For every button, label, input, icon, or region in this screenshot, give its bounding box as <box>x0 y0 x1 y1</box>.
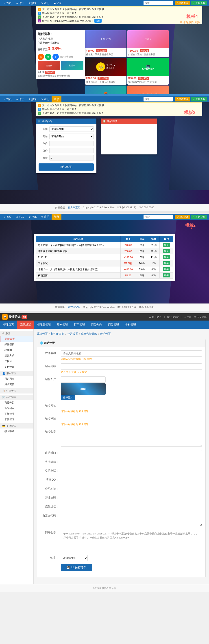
input-phone[interactable]: 400-000-0006 <box>61 468 202 474</box>
footer2-official-link[interactable]: 官方淘宝店 <box>68 306 80 308</box>
sidebar-item-ads[interactable]: 广告位 <box>0 358 33 364</box>
textarea-notice[interactable] <box>61 429 202 447</box>
input-email[interactable]: admin@zyxkd.com <box>61 459 202 465</box>
product-card-1[interactable]: 礼品卡充值 ¥50.00 库存23张 帅板发卡系统卡密分组和促 <box>85 30 127 57</box>
divider-1 <box>0 94 209 96</box>
product-card-6[interactable]: 搜狐视频会员·1个月 搜狐 ¥100.00 库存9张 搜狐视频VIP会员·1个月… <box>127 86 169 94</box>
nav-vip[interactable]: ♛ 娱乐 <box>26 0 39 6</box>
nav-reg-3[interactable]: ✎ 注册 <box>39 214 52 220</box>
topbar-home-link[interactable]: ⌂ 主页 <box>184 316 192 319</box>
breadcrumb-settings[interactable]: 系统设置 <box>37 332 48 336</box>
nav-login-3[interactable]: 登录 <box>52 214 61 220</box>
input-address[interactable]: 动漫测试 <box>61 486 202 492</box>
buy-form-qty-input[interactable] <box>49 155 94 160</box>
nav-reg[interactable]: ✎ 注册 <box>39 0 52 6</box>
frontsite-link[interactable]: ▲ 前台站点 <box>149 316 162 319</box>
fullscreen-btn[interactable]: ✦ 开启全屏 <box>191 1 207 6</box>
info-icon: i <box>38 12 41 15</box>
fullscreen-btn-3[interactable]: ✦ 开启全屏 <box>191 215 207 219</box>
input-soft-name[interactable] <box>61 350 202 357</box>
th-stock: 库存 <box>136 236 148 242</box>
breadcrumb-stock[interactable]: 库存告警策略 <box>81 332 97 336</box>
nav-home-2[interactable]: ⌂ 首页 <box>2 96 14 102</box>
sidebar-item-card-manage[interactable]: 卡密管理 <box>0 416 33 422</box>
nav-forum-3[interactable]: ◈ 论坛 <box>14 214 26 220</box>
fullscreen-btn-2[interactable]: ✦ 开启全屏 <box>191 97 207 102</box>
admin-nav-products[interactable]: 商品管理 <box>105 320 122 328</box>
upload-logo-btn[interactable]: 选择图片 <box>61 395 75 400</box>
sidebar-item-off-shelf[interactable]: 下架管理 <box>0 411 33 416</box>
nav-reg-2[interactable]: ✎ 注册 <box>39 96 52 102</box>
order-query-btn-3[interactable]: Q订单查询 <box>175 215 190 219</box>
product-card-2[interactable]: 充值卡 ¥100.00 库存0张 帅板发卡系统卡密分组和促 <box>127 30 169 57</box>
sidebar-item-payment-settings[interactable]: 支付设置 <box>0 364 33 370</box>
nav-forum-2[interactable]: ◈ 论坛 <box>14 96 26 102</box>
select-province[interactable]: 请选择省份 <box>61 555 88 561</box>
product-card-3[interactable]: 👑 爱奇艺VIP黄金会员 ¥480.00 库存42张 爱奇艺会员一个月（不差钱版… <box>85 58 127 84</box>
search-input[interactable] <box>144 1 173 6</box>
search-input-2[interactable] <box>144 97 173 102</box>
input-build-date[interactable]: 2020/11/20 <box>61 450 202 456</box>
breadcrumb-music[interactable]: 音乐设置 <box>100 332 111 336</box>
sidebar-item-user-list[interactable]: 用户列表 <box>0 376 33 382</box>
buy-form-cat-select[interactable]: 请选择分类 <box>49 126 94 132</box>
nav-forum[interactable]: ◈ 论坛 <box>14 0 26 6</box>
input-subtitle[interactable]: 站点发卡 登录 安全稳定 <box>61 364 202 370</box>
input-url[interactable]: http://localhost <box>61 403 202 409</box>
order-query-btn[interactable]: Q订单查询 <box>175 1 190 6</box>
sidebar-item-user-recharge[interactable]: 用户充值 <box>0 382 33 387</box>
nav-vip-2[interactable]: ♛ 娱乐 <box>26 96 39 102</box>
product-img-label-1: 礼品卡充值 <box>100 37 112 42</box>
admin-nav-settings[interactable]: 系统设置 <box>17 320 34 328</box>
buy-confirm-btn[interactable]: 确认购买 <box>38 164 94 170</box>
sidebar-item-carousel[interactable]: 轮播图 <box>0 347 33 353</box>
nav-home-3[interactable]: ⌂ 首页 <box>2 214 14 220</box>
input-qq[interactable]: 41122836 <box>61 477 202 483</box>
buy-btn-2[interactable]: 购买 <box>163 249 170 253</box>
submit-save-btn[interactable]: 💾 🖫 保存修改 <box>61 564 92 571</box>
input-copyright[interactable]: Copyright©2019 Bziksani Inc. <box>61 504 202 510</box>
buy-btn-3[interactable]: 购买 <box>163 255 170 259</box>
buy-btn-5[interactable]: 购买 <box>163 267 170 272</box>
admin-nav-admin-manage[interactable]: 管理员管理 <box>34 320 54 328</box>
label-custom-code: 自定义代码： <box>41 513 61 518</box>
search-input-3[interactable] <box>144 214 173 219</box>
sidebar-item-email-template[interactable]: 邮件模板 <box>0 342 33 347</box>
logout-link[interactable]: ⏻ 安全退出 <box>194 316 207 319</box>
breadcrumb-email[interactable]: 邮件服务商 <box>51 332 64 336</box>
sidebar-item-product-cat[interactable]: 商品分类 <box>0 400 33 406</box>
product-card-4[interactable]: 📺 银河奇异果会员 ¥80.00 库存53张 携程差异VIP会员12个月充值 <box>127 58 169 84</box>
sidebar-item-channel[interactable]: 接入渠道 <box>0 428 33 434</box>
admin-nav-cards[interactable]: 卡种管理 <box>122 320 139 328</box>
buy-form-total-label: 总价 <box>38 149 47 152</box>
admin-nav-orders[interactable]: 订单管理 <box>71 320 88 328</box>
nav-login-2[interactable]: 登录 <box>52 96 61 102</box>
qq-badge[interactable]: 加群 <box>94 19 102 23</box>
footer-official-link[interactable]: 官方淘宝店 <box>68 206 80 209</box>
product-card-5[interactable]: 🦊 搜狐视频会员·1个月 ¥0.0 库存0张 携程差异VIP会员12个月充值 <box>85 86 127 94</box>
link-icon-2: ↓ <box>38 112 41 115</box>
nav-home[interactable]: ⌂ 首页 <box>2 0 14 6</box>
textarea-custom-code[interactable] <box>61 513 202 526</box>
input-logo-path[interactable]: upload/image/2020 <box>61 376 106 383</box>
sidebar-item-settings[interactable]: 系统设置 <box>0 336 33 342</box>
sidebar-item-withdraw[interactable]: 提款方式 <box>0 353 33 358</box>
nav-login[interactable]: ▶ 登录 <box>52 0 64 6</box>
admin-nav-categories[interactable]: 商品分类 <box>88 320 105 328</box>
buy-btn-1[interactable]: 购买 <box>163 243 170 247</box>
admin-nav-home[interactable]: 管理首页 <box>0 320 17 328</box>
product-info-3: ¥480.00 库存42张 爱奇艺会员一个月（不差钱版） <box>85 76 127 84</box>
input-title[interactable]: 站点发卡 系统 安全稳定 <box>61 416 202 422</box>
admin-nav-users[interactable]: 用户管理 <box>54 320 71 328</box>
td-sales-2: 22/件 <box>148 248 160 254</box>
breadcrumb-notice[interactable]: 公告设置 <box>67 332 78 336</box>
input-license[interactable]: 沪ICP备1300992号 <box>61 495 202 501</box>
vip-icon-3: ♛ <box>28 216 31 218</box>
buy-form-total-input <box>49 148 94 153</box>
nav-vip-3[interactable]: ♛ 娱乐 <box>26 214 39 220</box>
buy-btn-4[interactable]: 购买 <box>163 261 170 265</box>
sidebar-item-product-list[interactable]: 商品列表 <box>0 406 33 411</box>
buy-btn-6[interactable]: 购买 <box>163 274 170 278</box>
buy-form-goods-select[interactable]: 请选择商品 <box>49 134 94 139</box>
order-query-btn-2[interactable]: Q订单查询 <box>175 97 190 102</box>
